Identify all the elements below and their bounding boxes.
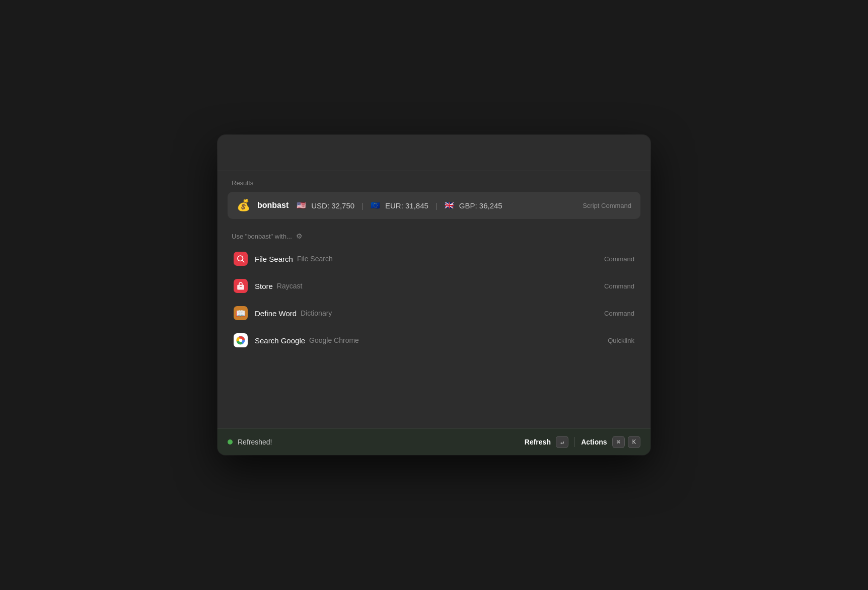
use-with-section: Use "bonbast" with... ⚙ [218, 225, 650, 245]
svg-rect-2 [237, 285, 244, 290]
svg-rect-3 [240, 286, 242, 287]
define-word-icon: 📖 [234, 306, 248, 320]
file-search-source: File Search [297, 255, 333, 263]
search-bar: bonbast [218, 135, 650, 171]
gear-icon[interactable]: ⚙ [296, 232, 303, 240]
store-icon [234, 279, 248, 293]
search-google-source: Google Chrome [309, 336, 359, 344]
result-title: bonbast [257, 201, 288, 210]
define-word-name: Define Word [255, 309, 297, 318]
google-g-icon [236, 335, 246, 345]
command-item-define-word[interactable]: 📖 Define Word Dictionary Command [228, 300, 640, 327]
store-bag-icon [236, 281, 245, 290]
eur-value: EUR: 31,845 [385, 201, 428, 210]
cmd-key[interactable]: ⌘ [612, 436, 625, 448]
divider-2: | [436, 201, 438, 210]
spacer [218, 354, 650, 424]
money-bag-icon: 💰 [237, 199, 250, 212]
refresh-label: Refresh [525, 438, 551, 446]
raycast-window: bonbast Results 💰 bonbast 🇺🇸 USD: 32,750… [218, 135, 650, 455]
results-label: Results [228, 179, 640, 187]
footer-actions: Refresh ↵ Actions ⌘ K [525, 436, 640, 448]
enter-key[interactable]: ↵ [556, 436, 568, 448]
actions-label: Actions [581, 438, 607, 446]
command-item-file-search[interactable]: File Search File Search Command [228, 245, 640, 272]
usd-flag: 🇺🇸 [297, 201, 306, 210]
results-section: Results 💰 bonbast 🇺🇸 USD: 32,750 | 🇪🇺 EU… [218, 171, 650, 225]
status-text: Refreshed! [238, 438, 272, 446]
footer-separator [574, 437, 575, 447]
main-result-item[interactable]: 💰 bonbast 🇺🇸 USD: 32,750 | 🇪🇺 EUR: 31,84… [228, 192, 640, 219]
file-search-name: File Search [255, 255, 293, 263]
file-search-type: Command [604, 255, 634, 263]
divider-1: | [361, 201, 364, 210]
footer: Refreshed! Refresh ↵ Actions ⌘ K [218, 428, 650, 455]
command-item-search-google[interactable]: Search Google Google Chrome Quicklink [228, 327, 640, 354]
search-google-type: Quicklink [608, 337, 634, 344]
google-chrome-icon [234, 333, 248, 347]
eur-flag: 🇪🇺 [371, 201, 380, 210]
usd-value: USD: 32,750 [311, 201, 354, 210]
define-word-type: Command [604, 310, 634, 317]
svg-line-1 [242, 260, 244, 262]
store-source: Raycast [277, 282, 303, 290]
use-with-label: Use "bonbast" with... ⚙ [232, 232, 636, 240]
status-dot-green [228, 439, 233, 445]
store-name: Store [255, 282, 273, 290]
search-google-name: Search Google [255, 336, 305, 345]
k-key[interactable]: K [628, 436, 640, 448]
currency-info: 🇺🇸 USD: 32,750 | 🇪🇺 EUR: 31,845 | 🇬🇧 GBP… [297, 201, 502, 210]
search-input[interactable]: bonbast [232, 146, 636, 162]
result-type-badge: Script Command [583, 202, 631, 209]
commands-list: File Search File Search Command Store Ra… [218, 245, 650, 354]
use-with-text: Use "bonbast" with... [232, 233, 292, 240]
gbp-value: GBP: 36,245 [459, 201, 502, 210]
search-magnifier-icon [236, 254, 245, 263]
result-content: bonbast 🇺🇸 USD: 32,750 | 🇪🇺 EUR: 31,845 … [257, 201, 583, 210]
svg-point-5 [239, 339, 243, 342]
file-search-icon [234, 252, 248, 266]
gbp-flag: 🇬🇧 [445, 201, 454, 210]
define-word-source: Dictionary [301, 309, 332, 317]
store-type: Command [604, 282, 634, 290]
book-icon: 📖 [236, 309, 246, 318]
command-item-store[interactable]: Store Raycast Command [228, 272, 640, 300]
